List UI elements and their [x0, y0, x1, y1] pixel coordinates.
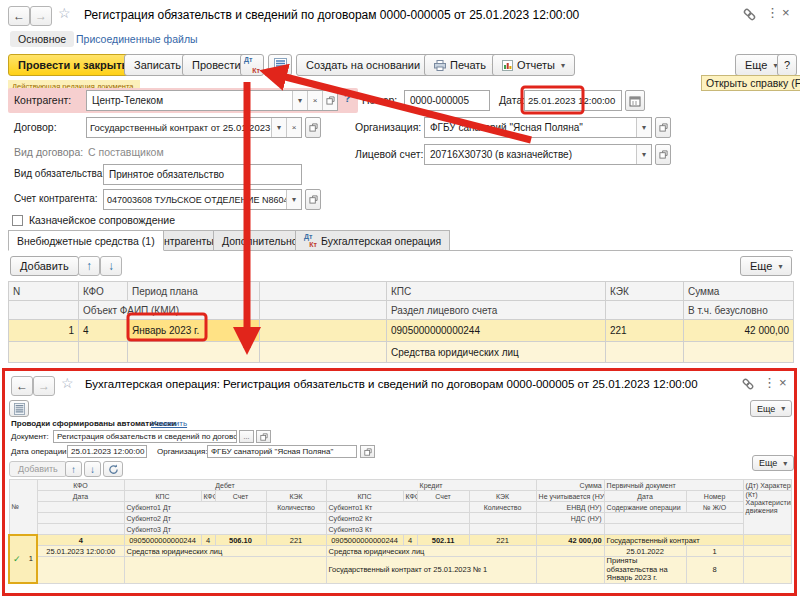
nav-tab-attached-files[interactable]: Присоединенные файлы	[76, 33, 198, 45]
cell-kt-kek[interactable]: 221	[469, 535, 536, 546]
cell-kt-kfo[interactable]: 4	[403, 535, 417, 546]
cell-primary-doc[interactable]: Государственный контракт	[604, 535, 743, 546]
calendar-button[interactable]	[625, 90, 645, 111]
cell-dt-sub1[interactable]: Средства юридических лиц	[124, 546, 326, 557]
add-row-button[interactable]: Добавить	[10, 256, 79, 276]
number-field[interactable]: 0000-000005	[404, 90, 490, 111]
cell-primary-date[interactable]: 25.01.2022	[604, 546, 686, 557]
bank-account-field[interactable]: 047003608 ТУЛЬСКОЕ ОТДЕЛЕНИЕ N8604 ПАО С…	[103, 189, 302, 210]
obligation-kind-field[interactable]: Принятое обязательство	[103, 164, 302, 185]
window-close-icon[interactable]: ×	[779, 375, 787, 390]
clear-icon[interactable]: ×	[286, 118, 301, 137]
cell-sum[interactable]: 42 000,00	[536, 535, 604, 546]
cell-dt-kek[interactable]: 221	[266, 535, 326, 546]
open-document-button[interactable]	[256, 430, 271, 443]
favorite-star-icon[interactable]: ☆	[61, 375, 74, 391]
open-organization-button[interactable]	[655, 117, 671, 138]
cell-kt-kps[interactable]: 0905000000000244	[326, 535, 403, 546]
refresh-postings-button[interactable]	[103, 461, 123, 477]
change-link[interactable]: Изменить	[151, 419, 187, 428]
contract-field[interactable]: Государственный контракт от 25.01.2023 №…	[86, 117, 302, 138]
cell-blank[interactable]	[684, 342, 794, 363]
tab-accounting-operation[interactable]: ДтКт Бухгалтерская операция	[295, 230, 450, 251]
cell-blank[interactable]	[260, 342, 387, 363]
cell-date[interactable]: 25.01.2023 12:00:00	[37, 546, 124, 557]
tab-additional[interactable]: Дополнительно	[213, 230, 307, 251]
cell-dt-account[interactable]: 506.10	[215, 535, 266, 546]
window-close-icon[interactable]: ×	[782, 5, 790, 20]
open-personal-account-button[interactable]	[655, 144, 671, 165]
personal-account-field[interactable]: 20716X30730 (в казначействе) ▾	[424, 144, 652, 165]
treasury-checkbox[interactable]	[12, 215, 23, 226]
cell-kt-sub1[interactable]: Средства юридических лиц	[326, 546, 536, 557]
cell-dt-sub2[interactable]	[124, 557, 326, 584]
favorite-star-icon[interactable]: ☆	[58, 5, 71, 21]
dropdown-icon[interactable]: ▾	[636, 118, 651, 137]
clear-icon[interactable]: ×	[307, 91, 322, 110]
cell-kt-sub2[interactable]: Государственный контракт от 25.01.2023 №…	[326, 557, 536, 584]
registers-journal-button[interactable]	[268, 54, 292, 76]
window-menu-icon[interactable]: ⋮	[763, 375, 776, 390]
move-row-down-button[interactable]: ↓	[100, 256, 122, 276]
write-button[interactable]: Записать	[124, 54, 191, 76]
move-row-up-button[interactable]: ↑	[65, 461, 82, 477]
cell-kps[interactable]: 0905000000000244	[387, 320, 606, 342]
cell-sum[interactable]: 42 000,00	[684, 320, 794, 342]
get-link-icon[interactable]	[742, 7, 757, 25]
field-help-icon[interactable]: ?	[344, 92, 351, 104]
reports-button[interactable]: Отчеты▾	[492, 54, 575, 76]
document-field[interactable]: Регистрация обязательств и сведений по д…	[53, 430, 237, 443]
show-postings-button[interactable]: ДтКт	[240, 54, 264, 76]
window-menu-icon[interactable]: ⋮	[766, 5, 779, 20]
dropdown-icon[interactable]: ▾	[292, 91, 307, 110]
tab-extrabudgetary-funds[interactable]: Внебюджетные средства (1)	[8, 230, 164, 251]
cell-jo-number[interactable]: 8	[686, 557, 743, 584]
grid-more-button[interactable]: Еще▾	[752, 455, 794, 471]
cell-dt-kps[interactable]: 0905000000000244	[124, 535, 201, 546]
cell-blank[interactable]	[79, 342, 128, 363]
operation-date-field[interactable]: 25.01.2023 12:00:00	[67, 445, 147, 458]
cell-operation-content[interactable]: Приняты обязательства на Январь 2023 г.	[604, 557, 686, 584]
journal-button[interactable]	[9, 400, 29, 417]
cell-period[interactable]: Январь 2023 г.	[128, 320, 260, 342]
cell-n[interactable]: 1	[9, 320, 79, 342]
cell-blank[interactable]	[606, 342, 684, 363]
cell-primary-number[interactable]: 1	[686, 546, 743, 557]
open-icon[interactable]	[322, 91, 337, 110]
dropdown-icon[interactable]: ▾	[271, 118, 286, 137]
counterparty-field[interactable]: Центр-Телеком ▾ ×	[86, 90, 338, 111]
help-button[interactable]: ?	[777, 54, 797, 76]
cell-blank[interactable]	[37, 557, 124, 584]
date-field[interactable]: 25.01.2023 12:00:00	[524, 90, 622, 111]
cell-blank[interactable]	[9, 342, 79, 363]
open-contract-button[interactable]	[305, 117, 321, 138]
cell-kek[interactable]: 221	[606, 320, 684, 342]
cell-section[interactable]: Средства юридических лиц	[387, 342, 606, 363]
cell-kt-account[interactable]: 502.11	[417, 535, 469, 546]
forward-button[interactable]: →	[30, 6, 52, 26]
cell-blank[interactable]	[743, 546, 791, 557]
document-select-button[interactable]: ...	[239, 430, 254, 443]
cell-blank[interactable]	[536, 546, 604, 557]
grid-more-button[interactable]: Еще▾	[740, 256, 792, 276]
more-button[interactable]: Еще▾	[750, 400, 792, 417]
cell-kfo[interactable]: 4	[79, 320, 128, 342]
dropdown-icon[interactable]: ▾	[636, 145, 651, 164]
cell-blank[interactable]	[260, 320, 387, 342]
organization-field[interactable]: ФГБУ санаторий "Ясная Поляна" ▾	[424, 117, 652, 138]
cell-kfo[interactable]: 4	[37, 535, 124, 546]
nav-tab-main[interactable]: Основное	[10, 31, 74, 47]
cell-blank[interactable]	[536, 557, 604, 584]
get-link-icon[interactable]	[741, 377, 755, 394]
open-organization-button[interactable]	[360, 445, 375, 458]
post-and-close-button[interactable]: Провести и закрыть	[8, 54, 138, 76]
create-on-basis-button[interactable]: Создать на основании▾	[296, 54, 440, 76]
cell-blank[interactable]	[128, 342, 260, 363]
cell-blank[interactable]	[743, 557, 791, 584]
back-button[interactable]: ←	[11, 376, 33, 396]
cell-dt-kfo[interactable]: 4	[201, 535, 215, 546]
forward-button[interactable]: →	[33, 376, 55, 396]
open-bank-account-button[interactable]	[305, 189, 321, 210]
back-button[interactable]: ←	[8, 6, 30, 26]
cell-blank[interactable]	[743, 535, 791, 546]
